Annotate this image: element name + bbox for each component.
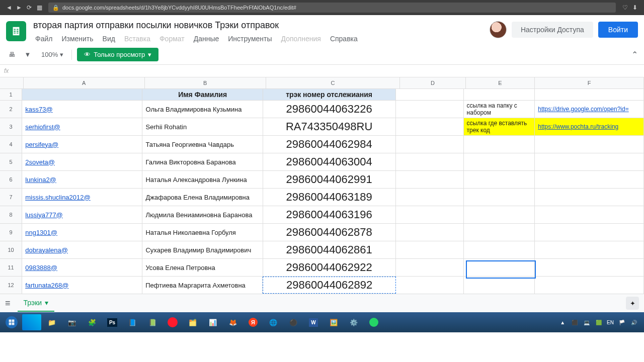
task-app-9[interactable]: 🗂️ xyxy=(183,314,202,330)
task-app-8[interactable] xyxy=(163,314,182,330)
task-app-17[interactable]: ⚙️ xyxy=(344,314,363,330)
task-app-10[interactable]: 📊 xyxy=(203,314,222,330)
tray-icon[interactable]: 🏳️ xyxy=(618,318,626,326)
bookmark-button[interactable]: ♡ xyxy=(620,4,630,11)
col-header-a[interactable]: A xyxy=(24,77,145,88)
cell-f[interactable]: https://www.pochta.ru/tracking xyxy=(535,118,644,135)
cell-track[interactable]: 29860044062922 xyxy=(263,259,396,276)
cell-email[interactable]: fartunata268@ xyxy=(22,277,142,294)
menu-данные[interactable]: Данные xyxy=(190,33,223,45)
back-button[interactable]: ◄ xyxy=(4,4,14,11)
cell-name[interactable]: Наталья Николаевна Горбуля xyxy=(142,224,263,241)
menu-дополнения[interactable]: Дополнения xyxy=(277,33,325,45)
cell-email[interactable]: lussiya777@ xyxy=(22,206,142,223)
cell-email[interactable]: persifeya@ xyxy=(22,136,142,153)
cell-name[interactable]: Ольга Владимировна Кузьмина xyxy=(142,101,263,118)
cell-f1[interactable] xyxy=(535,89,644,100)
row-header[interactable]: 6 xyxy=(0,171,22,188)
row-header[interactable]: 5 xyxy=(0,153,22,170)
cell-d[interactable] xyxy=(396,259,464,276)
cell-d[interactable] xyxy=(396,206,464,223)
formula-bar[interactable]: fx xyxy=(0,65,644,77)
system-tray[interactable]: ▲ ⬛ 💻 🟩 EN 🏳️ 🔊 xyxy=(558,318,642,326)
task-app-3[interactable]: 📷 xyxy=(62,314,82,330)
row-header[interactable]: 8 xyxy=(0,206,22,223)
address-bar[interactable]: 🔒 docs.google.com/spreadsheets/d/1h3Ye8j… xyxy=(48,3,616,13)
menu-справка[interactable]: Справка xyxy=(326,33,362,45)
cell-f[interactable]: https://drive.google.com/open?id= xyxy=(535,101,644,118)
cell-email[interactable]: lunkina2@ xyxy=(22,171,142,188)
collapse-toolbar-button[interactable]: ⌃ xyxy=(631,50,638,59)
cell-email[interactable]: missis.shuclina2012@ xyxy=(22,189,142,206)
cell-name[interactable]: Сухарев Владимир Владимирович xyxy=(142,241,263,258)
cell-e[interactable] xyxy=(464,206,535,223)
cell-b1[interactable]: Имя Фамилия xyxy=(142,89,263,100)
task-app-6[interactable]: 📘 xyxy=(123,314,142,330)
cell-track[interactable]: 29860044062878 xyxy=(263,224,396,241)
cell-e[interactable] xyxy=(464,136,535,153)
tray-icon[interactable]: ▲ xyxy=(558,318,567,326)
task-app-13[interactable]: 🌐 xyxy=(264,314,283,330)
cell-email[interactable]: nng1301@ xyxy=(22,224,142,241)
cell-name[interactable]: Пефтиева Маргарита Ахметовна xyxy=(142,277,263,294)
task-app-11[interactable]: 🦊 xyxy=(223,314,243,330)
cell-d[interactable] xyxy=(396,277,464,294)
cell-f[interactable] xyxy=(535,171,644,188)
sheet-tab-active[interactable]: Трэки ▾ xyxy=(18,295,55,312)
cell-d1[interactable] xyxy=(396,89,464,100)
task-app-1[interactable] xyxy=(22,314,41,330)
cell-e[interactable] xyxy=(464,153,535,170)
cell-f[interactable] xyxy=(535,259,644,276)
cell-name[interactable]: Джафарова Елена Владимировна xyxy=(142,189,263,206)
spreadsheet-grid[interactable]: A B C D E F 1 Имя Фамилия трэк номер отс… xyxy=(0,77,644,294)
filter-icon[interactable]: ▼ xyxy=(22,49,33,60)
cell-track[interactable]: 29860044063004 xyxy=(263,153,396,170)
apps-button[interactable]: ▦ xyxy=(34,4,44,11)
cell-name[interactable]: Галина Викторовна Баранова xyxy=(142,153,263,170)
cell-track[interactable]: 29860044062991 xyxy=(263,171,396,188)
cell-email[interactable]: kass73@ xyxy=(22,101,142,118)
task-app-15[interactable]: W xyxy=(304,314,323,330)
tray-lang[interactable]: EN xyxy=(607,320,614,325)
cell-email[interactable]: serhiofirst@ xyxy=(22,118,142,135)
avatar[interactable] xyxy=(490,21,507,38)
col-header-d[interactable]: D xyxy=(400,77,465,88)
menu-файл[interactable]: Файл xyxy=(31,33,56,45)
cell-e[interactable] xyxy=(464,277,535,294)
cell-track[interactable]: 29860044063196 xyxy=(263,206,396,223)
view-only-badge[interactable]: 👁 Только просмотр ▾ xyxy=(77,48,158,61)
cell-track[interactable]: 29860044062984 xyxy=(263,136,396,153)
cell-email[interactable]: 0983888@ xyxy=(22,259,142,276)
row-header[interactable]: 2 xyxy=(0,101,22,118)
cell-f[interactable] xyxy=(535,241,644,258)
cell-name[interactable]: Людмила Вениаминовна Баранова xyxy=(142,206,263,223)
select-all-corner[interactable] xyxy=(0,77,24,88)
cell-f[interactable] xyxy=(535,206,644,223)
row-header[interactable]: 10 xyxy=(0,241,22,258)
task-app-16[interactable]: 🖼️ xyxy=(324,314,343,330)
cell-f[interactable] xyxy=(535,136,644,153)
menu-формат[interactable]: Формат xyxy=(155,33,189,45)
tray-icon[interactable]: 💻 xyxy=(583,318,591,326)
cell-a1[interactable] xyxy=(22,89,142,100)
reload-button[interactable]: ⟳ xyxy=(24,4,34,11)
cell-f[interactable] xyxy=(535,224,644,241)
col-header-f[interactable]: F xyxy=(535,77,644,88)
cell-d[interactable] xyxy=(396,101,464,118)
cell-e[interactable]: ссылка где вставлять трек код xyxy=(464,118,535,135)
task-app-14[interactable]: ⚫ xyxy=(284,314,303,330)
forward-button[interactable]: ► xyxy=(14,4,24,11)
col-header-b[interactable]: B xyxy=(145,77,266,88)
sheets-logo[interactable] xyxy=(6,21,26,41)
cell-track[interactable]: 29860044062892 xyxy=(263,277,396,294)
cell-name[interactable]: Татьяна Георгиевна Чавдарь xyxy=(142,136,263,153)
cell-d[interactable] xyxy=(396,224,464,241)
menu-изменить[interactable]: Изменить xyxy=(57,33,97,45)
task-app-7[interactable]: 📗 xyxy=(143,314,162,330)
cell-d[interactable] xyxy=(396,118,464,135)
tray-icon[interactable]: ⬛ xyxy=(571,318,579,326)
tray-icon[interactable]: 🟩 xyxy=(595,318,603,326)
cell-d[interactable] xyxy=(396,136,464,153)
cell-d[interactable] xyxy=(396,241,464,258)
cell-e[interactable] xyxy=(464,189,535,206)
